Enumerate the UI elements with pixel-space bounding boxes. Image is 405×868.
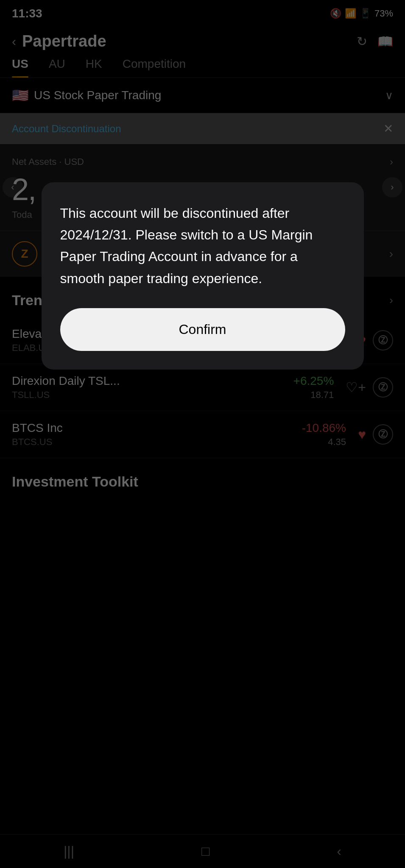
modal-dialog: This account will be discontinued after … — [42, 182, 364, 370]
modal-overlay: This account will be discontinued after … — [0, 0, 405, 868]
modal-message: This account will be discontinued after … — [60, 203, 345, 289]
confirm-button[interactable]: Confirm — [60, 308, 345, 351]
